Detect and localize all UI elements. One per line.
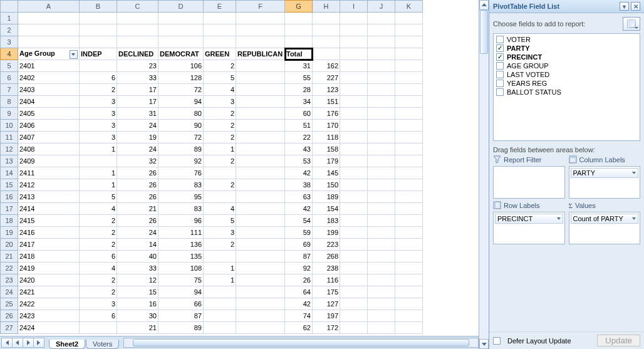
cell[interactable] xyxy=(340,132,368,143)
cell[interactable]: 2416 xyxy=(18,227,80,239)
cell[interactable] xyxy=(236,132,285,143)
cell[interactable] xyxy=(18,36,80,48)
row-header[interactable]: 8 xyxy=(1,96,18,108)
cell[interactable]: Age Group xyxy=(18,48,80,60)
cell[interactable]: 69 xyxy=(285,239,313,251)
cell[interactable]: 170 xyxy=(313,120,340,132)
cell[interactable]: 6 xyxy=(80,310,117,322)
cell[interactable] xyxy=(158,13,204,24)
row-header[interactable]: 3 xyxy=(1,36,18,48)
cell[interactable] xyxy=(236,120,285,132)
cell[interactable]: 154 xyxy=(313,203,340,215)
cell[interactable]: 2 xyxy=(204,239,236,251)
cell[interactable]: 66 xyxy=(158,298,204,310)
cell[interactable] xyxy=(236,286,285,298)
nav-first-button[interactable] xyxy=(1,338,13,348)
cell[interactable] xyxy=(340,298,368,310)
cell[interactable] xyxy=(340,120,368,132)
cell[interactable]: 2404 xyxy=(18,96,80,108)
cell[interactable]: 183 xyxy=(313,215,340,227)
cell[interactable] xyxy=(368,251,395,263)
field-item[interactable]: LAST VOTED xyxy=(496,70,637,79)
cell[interactable] xyxy=(340,36,368,48)
cell[interactable] xyxy=(395,48,423,60)
cell[interactable] xyxy=(204,36,236,48)
cell[interactable]: 2415 xyxy=(18,215,80,227)
cell[interactable]: 33 xyxy=(117,72,158,84)
cell[interactable] xyxy=(340,203,368,215)
cell[interactable]: 2405 xyxy=(18,108,80,120)
row-header[interactable]: 14 xyxy=(1,167,18,179)
cell[interactable] xyxy=(368,310,395,322)
col-header[interactable]: B xyxy=(80,1,117,13)
cell[interactable]: 4 xyxy=(80,203,117,215)
field-checkbox[interactable] xyxy=(496,53,504,61)
cell[interactable] xyxy=(395,24,423,36)
cell[interactable] xyxy=(158,24,204,36)
cell[interactable] xyxy=(236,60,285,72)
row-header[interactable]: 7 xyxy=(1,84,18,96)
cell[interactable] xyxy=(18,24,80,36)
cell[interactable]: 17 xyxy=(117,84,158,96)
cell[interactable]: 162 xyxy=(313,60,340,72)
cell[interactable]: 111 xyxy=(158,227,204,239)
cell[interactable] xyxy=(313,24,340,36)
cell[interactable]: 6 xyxy=(80,251,117,263)
cell[interactable] xyxy=(368,215,395,227)
cell[interactable]: 2 xyxy=(80,84,117,96)
cell[interactable]: 2 xyxy=(204,155,236,167)
cell[interactable]: 2411 xyxy=(18,167,80,179)
cell[interactable] xyxy=(340,263,368,274)
cell[interactable] xyxy=(340,108,368,120)
cell[interactable]: 2402 xyxy=(18,72,80,84)
cell[interactable]: 3 xyxy=(204,96,236,108)
cell[interactable] xyxy=(368,48,395,60)
field-item[interactable]: PARTY xyxy=(496,44,637,53)
cell[interactable] xyxy=(313,36,340,48)
cell[interactable]: 24 xyxy=(117,227,158,239)
cell[interactable]: 80 xyxy=(158,108,204,120)
field-checkbox[interactable] xyxy=(496,44,504,52)
cell[interactable]: 19 xyxy=(117,132,158,143)
cell[interactable]: 1 xyxy=(204,143,236,155)
cell[interactable]: 4 xyxy=(204,203,236,215)
cell[interactable]: 106 xyxy=(158,60,204,72)
cell[interactable]: REPUBLICAN xyxy=(236,48,285,60)
field-item[interactable]: BALLOT STATUS xyxy=(496,88,637,96)
cell[interactable] xyxy=(236,36,285,48)
cell[interactable]: 26 xyxy=(117,179,158,191)
cell[interactable]: 2421 xyxy=(18,286,80,298)
cell[interactable]: 2 xyxy=(204,132,236,143)
cell[interactable]: 179 xyxy=(313,155,340,167)
cell[interactable] xyxy=(395,155,423,167)
cell[interactable]: 24 xyxy=(117,143,158,155)
cell[interactable]: 1 xyxy=(80,143,117,155)
cell[interactable] xyxy=(204,286,236,298)
col-header[interactable]: A xyxy=(18,1,80,13)
cell[interactable]: 2 xyxy=(80,286,117,298)
cell[interactable]: 74 xyxy=(285,310,313,322)
cell[interactable] xyxy=(340,179,368,191)
cell[interactable]: 42 xyxy=(285,167,313,179)
cell[interactable]: 150 xyxy=(313,179,340,191)
chip-dropdown-icon[interactable] xyxy=(632,172,636,174)
cell[interactable]: 3 xyxy=(80,96,117,108)
cell[interactable]: 189 xyxy=(313,191,340,203)
cell[interactable]: 3 xyxy=(80,298,117,310)
field-checkbox[interactable] xyxy=(496,88,504,96)
cell[interactable]: 223 xyxy=(313,239,340,251)
field-item[interactable]: PRECINCT xyxy=(496,53,637,61)
update-button[interactable]: Update xyxy=(597,335,640,346)
cell[interactable] xyxy=(236,96,285,108)
row-header[interactable]: 9 xyxy=(1,108,18,120)
cell[interactable]: 238 xyxy=(313,263,340,274)
select-all-corner[interactable] xyxy=(1,1,18,13)
cell[interactable] xyxy=(368,24,395,36)
col-header[interactable]: G xyxy=(285,1,313,13)
cell[interactable] xyxy=(340,215,368,227)
cell[interactable]: 87 xyxy=(285,251,313,263)
cell[interactable] xyxy=(368,227,395,239)
cell[interactable]: DEMOCRAT xyxy=(158,48,204,60)
cell[interactable]: 176 xyxy=(313,108,340,120)
cell[interactable]: 31 xyxy=(117,108,158,120)
